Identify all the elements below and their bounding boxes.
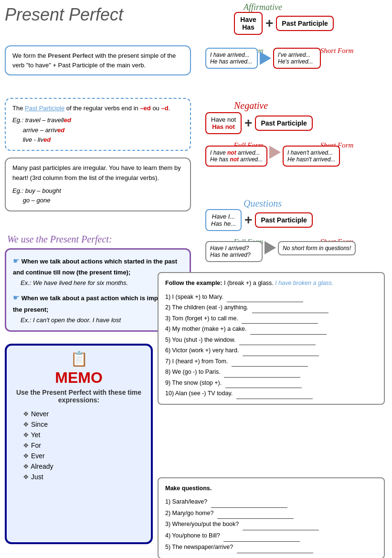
- have-not-text: Have not: [211, 116, 236, 123]
- q-full-box: Have I arrived?Has he arrived?: [205, 241, 263, 262]
- arrow-neg: [269, 146, 281, 159]
- past-participle-box-q: Past Participle: [255, 212, 313, 228]
- full-form-text-aff: I have arrived...He has arrived...: [210, 52, 253, 65]
- have-text: Have: [240, 16, 257, 23]
- q-forms-row: Have I arrived?Has he arrived? No short …: [205, 241, 382, 262]
- make-questions-label: Make questions.: [165, 483, 377, 495]
- has-text: Has: [240, 23, 257, 31]
- memo-item-ever: Ever: [23, 451, 144, 461]
- short-form-text-aff: I've arrived...He's arrived...: [278, 52, 316, 65]
- memo-item-yet: Yet: [23, 430, 144, 440]
- ex-item-1: 1) I (speak +) to Mary.: [165, 292, 377, 303]
- exercise-box: Follow the example: I (break +) a glass.…: [158, 272, 385, 405]
- memo-item-since: Since: [23, 419, 144, 430]
- memo-subtitle: Use the Present Perfect with these time …: [13, 389, 144, 404]
- have-not-box: Have not Has not: [205, 112, 242, 134]
- make-questions-box: Make questions. 1) Sarah/leave? 2) Mary/…: [158, 477, 385, 558]
- ex-item-7: 7) I (heard +) from Tom.: [165, 356, 377, 367]
- have-i-text: Have I...: [211, 213, 236, 220]
- mq-item-5: 5) The newspaper/arrive?: [165, 542, 377, 553]
- affirmative-box: Have Has + Past Participle: [234, 12, 377, 35]
- ex-item-5: 5) You (shut -) the window.: [165, 335, 377, 346]
- left-box-2-text: The Past Participle of the regular verbs…: [12, 104, 183, 114]
- left-box-3: Many past participles are irregular. You…: [5, 158, 191, 211]
- ex-item-8: 8) We (go -) to Paris.: [165, 367, 377, 378]
- forms-row-aff: I have arrived...He has arrived... I've …: [205, 48, 382, 69]
- left-box-2: The Past Participle of the regular verbs…: [5, 98, 191, 151]
- q-full-text: Have I arrived?Has he arrived?: [210, 245, 258, 258]
- ex-item-9: 9) The snow (stop +).: [165, 378, 377, 389]
- exercise-header: Follow the example: I (break +) a glass.…: [165, 278, 377, 289]
- questions-label: Questions: [244, 198, 282, 209]
- left-box-2-examples: Eg.: travel – travelled arrive – arrived…: [12, 116, 183, 145]
- follow-label: Follow the example:: [165, 280, 224, 286]
- plus-sign-neg: +: [244, 116, 252, 131]
- q-short-text: No short form in questions!: [283, 245, 351, 252]
- left-box-1-text: We form the Present Perfect with the pre…: [12, 52, 176, 69]
- mq-item-2: 2) Mary/go home?: [165, 508, 377, 519]
- clipboard-icon: 📋: [13, 350, 144, 367]
- neg-forms-row: I have not arrived...He has not arrived.…: [205, 146, 382, 167]
- arrow-aff: [260, 52, 271, 65]
- left-box-1: We form the Present Perfect with the pre…: [5, 45, 191, 75]
- arrow-q: [265, 241, 276, 254]
- memo-item-already: Already: [23, 461, 144, 472]
- memo-title: MEMO: [13, 369, 144, 387]
- past-participle-box-neg: Past Participle: [255, 116, 313, 131]
- left-box-3-examples: Eg.: buy – bought go – gone: [12, 186, 183, 206]
- we-use-label: We use the Present Perfect:: [7, 234, 112, 245]
- neg-short-text: I haven't arrived...He hasn't arrived...: [287, 149, 335, 163]
- past-participle-box-aff: Past Participle: [276, 16, 334, 31]
- neg-full-text: I have not arrived...He has not arrived.…: [210, 149, 263, 163]
- plus-sign-q: +: [244, 212, 252, 228]
- neg-short-box: I haven't arrived...He hasn't arrived...: [283, 146, 340, 167]
- mq-item-4: 4) You/phone to Bill?: [165, 530, 377, 542]
- memo-item-just: Just: [23, 472, 144, 482]
- full-form-box-aff: I have arrived...He has arrived...: [205, 48, 258, 69]
- plus-sign-aff: +: [265, 16, 273, 31]
- has-not-text: Has not: [211, 123, 236, 130]
- memo-item-for: For: [23, 440, 144, 451]
- ex-item-4: 4) My mother (make +) a cake.: [165, 324, 377, 335]
- left-box-3-text: Many past participles are irregular. You…: [12, 163, 183, 183]
- example-prompt: I (break +) a glass.: [224, 280, 275, 286]
- negative-box: Have not Has not + Past Participle: [205, 112, 382, 134]
- have-i-box: Have I... Has he...: [205, 209, 242, 231]
- negative-label: Negative: [234, 100, 268, 111]
- ex-item-10: 10) Alan (see -) TV today.: [165, 388, 377, 399]
- questions-box: Have I... Has he... + Past Participle: [205, 209, 382, 231]
- ex-item-2: 2) The children (eat -) anything.: [165, 302, 377, 313]
- memo-item-never: Never: [23, 409, 144, 419]
- memo-box: 📋 MEMO Use the Present Perfect with thes…: [5, 344, 153, 544]
- ex-item-6: 6) Victor (work +) very hard.: [165, 345, 377, 356]
- neg-full-box: I have not arrived...He has not arrived.…: [205, 146, 267, 167]
- page-title: Present Perfect: [5, 5, 123, 24]
- example-answer: I have broken a glass.: [275, 280, 333, 286]
- mq-item-1: 1) Sarah/leave?: [165, 496, 377, 508]
- affirmative-label: Affirmative: [244, 2, 282, 12]
- ex-item-3: 3) Tom (forget +) to call me.: [165, 313, 377, 324]
- exercise-items: 1) I (speak +) to Mary. 2) The children …: [165, 292, 377, 399]
- q-short-box: No short form in questions!: [278, 241, 356, 255]
- title-area: Present Perfect: [5, 5, 186, 25]
- mq-item-3: 3) Where/you/put the book?: [165, 519, 377, 530]
- has-he-text: Has he...: [211, 220, 236, 227]
- have-has-box: Have Has: [234, 12, 263, 35]
- memo-list: Never Since Yet For Ever Already Just: [13, 409, 144, 482]
- short-form-box-aff: I've arrived...He's arrived...: [273, 48, 321, 69]
